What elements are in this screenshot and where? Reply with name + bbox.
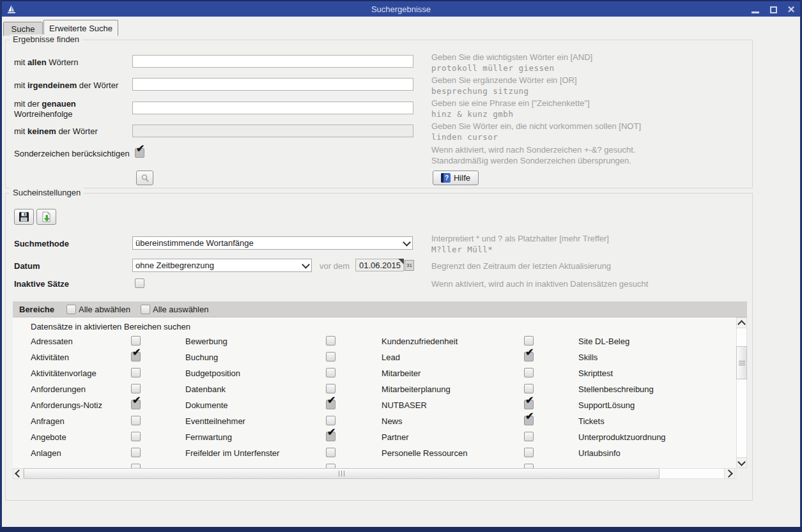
help-button-label: Hilfe	[454, 173, 470, 183]
hint-exact-phrase: Geben sie eine Phrase ein ["Zeichenkette…	[431, 98, 590, 108]
bereich-checkbox[interactable]: ✔	[524, 416, 534, 425]
bereich-checkbox[interactable]	[131, 448, 141, 457]
bereich-label: Skripttest	[578, 369, 613, 378]
chevron-down-icon	[403, 238, 411, 247]
bereich-label: Buchung	[185, 353, 218, 362]
bereich-checkbox[interactable]	[131, 464, 141, 468]
bereich-checkbox[interactable]	[326, 416, 335, 425]
select-all-label: Alle auswählen	[153, 305, 208, 314]
scroll-right-button[interactable]	[724, 468, 735, 479]
deselect-all-label: Alle abwählen	[79, 305, 130, 314]
close-button[interactable]: ✕	[787, 5, 796, 14]
bereich-checkbox[interactable]	[524, 336, 534, 346]
bereich-checkbox[interactable]	[524, 448, 534, 457]
checkmark-icon: ✔	[525, 347, 534, 358]
hint-inaktive-saetze: Wenn aktiviert, wird auch in inaktiven D…	[431, 279, 648, 289]
chevron-down-icon	[737, 458, 746, 466]
bereich-checkbox[interactable]: ✔	[131, 400, 141, 409]
bereich-checkbox[interactable]	[131, 368, 141, 377]
bereich-label: Mitarbeiterplanung	[382, 384, 451, 394]
suchmethode-select[interactable]: übereinstimmende Wortanfänge	[132, 236, 413, 250]
bereich-checkbox[interactable]	[326, 384, 335, 393]
maximize-icon	[770, 6, 777, 13]
label-none-words: mit keinem der Wörter	[14, 126, 98, 136]
bereich-checkbox[interactable]	[131, 432, 141, 441]
input-any-words[interactable]	[132, 78, 413, 91]
scroll-grip-icon	[739, 360, 745, 365]
bereich-label: Mitarbeiter	[382, 369, 420, 378]
tab-erweiterte-suche[interactable]: Erweiterte Suche	[43, 20, 118, 36]
bereich-checkbox[interactable]: ✔	[131, 352, 141, 361]
bereich-checkbox[interactable]	[131, 384, 141, 393]
save-floppy-icon	[19, 211, 29, 222]
input-exact-phrase[interactable]	[132, 102, 413, 114]
bereich-label: Anforderungen	[31, 384, 86, 394]
input-all-words[interactable]	[132, 55, 413, 68]
select-all-checkbox[interactable]	[141, 305, 150, 314]
checkmark-icon: ✔	[136, 144, 144, 154]
checkmark-icon: ✔	[132, 347, 141, 358]
bereich-checkbox[interactable]	[524, 368, 534, 377]
label-all-words: mit allen Wörtern	[14, 57, 78, 67]
bereich-label: Freifelder im Unterfenster	[185, 448, 279, 458]
calendar-button[interactable]: 31	[405, 260, 414, 271]
calendar-icon: 31	[406, 262, 412, 268]
label-vor-dem: vor dem	[320, 261, 350, 271]
minimize-button[interactable]	[751, 5, 760, 14]
bereich-checkbox[interactable]: ✔	[326, 400, 335, 409]
label-suchmethode: Suchmethode	[14, 239, 69, 248]
bereich-label: Kundenzufriedenheit	[382, 337, 458, 346]
bereich-label: Adressaten	[31, 337, 73, 346]
maximize-button[interactable]	[769, 5, 778, 14]
chevron-right-icon	[725, 469, 733, 478]
bereich-checkbox[interactable]	[326, 464, 335, 468]
date-value: 01.06.2015	[359, 261, 401, 270]
bereiche-row	[13, 462, 736, 468]
example-any-words: besprechung sitzung	[431, 86, 529, 96]
label-exact-phrase-line2: Wortreihenfolge	[14, 109, 73, 119]
bereich-checkbox[interactable]: ✔	[524, 400, 534, 409]
bereich-label: Stellenbeschreibung	[578, 384, 654, 394]
help-button[interactable]: ? Hilfe	[433, 171, 479, 185]
scroll-left-button[interactable]	[13, 468, 24, 479]
input-none-words[interactable]	[132, 125, 413, 137]
bereich-checkbox[interactable]	[326, 448, 335, 457]
label-exact-phrase: mit der genauen	[14, 99, 76, 109]
checkmark-icon: ✔	[525, 411, 534, 422]
bereich-checkbox[interactable]	[131, 336, 141, 346]
horizontal-scrollbar-thumb[interactable]	[24, 468, 659, 479]
scroll-up-button[interactable]	[736, 317, 747, 328]
bereich-checkbox[interactable]	[326, 336, 335, 346]
bereich-label: Budgetposition	[185, 369, 240, 378]
example-none-words: linden cursor	[431, 132, 498, 142]
bereich-checkbox[interactable]	[131, 416, 141, 425]
scroll-down-button[interactable]	[736, 457, 747, 468]
vertical-scrollbar-track[interactable]	[736, 317, 747, 468]
close-icon: ✕	[787, 4, 796, 15]
date-input[interactable]: 01.06.2015	[355, 259, 404, 271]
inaktive-saetze-checkbox[interactable]	[135, 278, 144, 288]
bereich-label: Anforderungs-Notiz	[31, 400, 102, 410]
bereich-checkbox[interactable]	[524, 432, 534, 441]
bereich-label: Skills	[578, 353, 598, 362]
bereich-checkbox[interactable]	[326, 368, 335, 377]
bereiche-row: AngeboteFernwartung✔PartnerUnterproduktz…	[13, 430, 736, 446]
bereich-label: News	[382, 416, 403, 426]
bereich-checkbox[interactable]	[524, 464, 534, 468]
tab-suche[interactable]: Suche	[3, 22, 43, 36]
deselect-all-checkbox[interactable]	[66, 305, 76, 314]
bereiche-header-bar: Bereiche Alle abwählen Alle auswählen	[13, 301, 747, 317]
vertical-scrollbar-thumb[interactable]	[736, 346, 747, 379]
special-chars-checkbox[interactable]: ✔	[135, 148, 144, 158]
checkmark-icon: ✔	[132, 395, 141, 406]
save-settings-button[interactable]	[14, 209, 34, 225]
hint-datum: Begrenzt den Zeitraum der letzten Aktual…	[431, 261, 611, 271]
load-settings-button[interactable]	[36, 209, 56, 225]
search-button[interactable]	[136, 171, 153, 185]
bereich-checkbox[interactable]: ✔	[524, 352, 534, 361]
bereich-checkbox[interactable]	[326, 352, 335, 361]
bereich-checkbox[interactable]	[524, 384, 534, 393]
suchmethode-value: übereinstimmende Wortanfänge	[135, 238, 404, 248]
bereich-checkbox[interactable]: ✔	[326, 432, 335, 441]
datum-select[interactable]: ohne Zeitbegrenzung	[132, 259, 312, 272]
